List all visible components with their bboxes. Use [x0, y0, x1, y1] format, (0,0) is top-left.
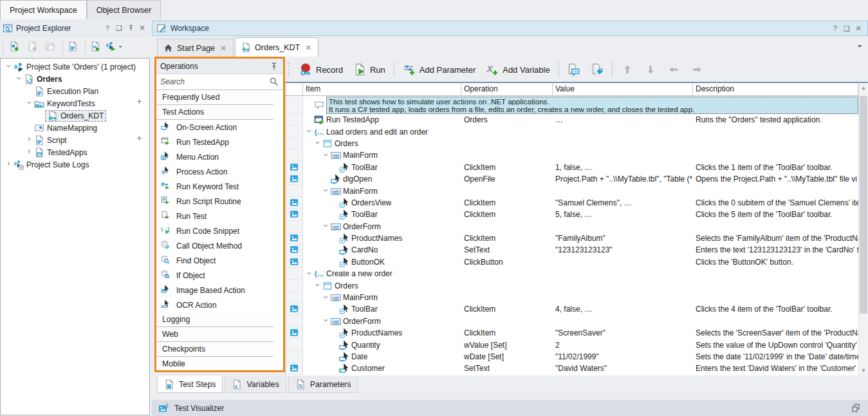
run-project-button[interactable]	[88, 39, 106, 56]
test-step-row-mainform[interactable]: netMainForm	[286, 292, 858, 303]
add-item-button[interactable]	[136, 99, 144, 108]
test-step-row-load-orders-and-edit-an-order[interactable]: {…}Load orders and edit an order	[286, 126, 858, 137]
test-visualizer-bar[interactable]: Test Visualizer	[152, 400, 868, 416]
bottom-tab-test-steps[interactable]: Test Steps	[157, 376, 223, 393]
operation-run-script-routine[interactable]: Run Script Routine	[156, 194, 274, 209]
test-step-row-productnames[interactable]: ProductNamesClickItem"FamilyAlbum"Select…	[286, 232, 858, 244]
comment-doc-button[interactable]	[565, 62, 583, 77]
close-icon[interactable]: ✕	[219, 44, 227, 53]
chevron-down-icon[interactable]	[322, 294, 331, 302]
tree-item-namemapping[interactable]: NameMapping	[1, 122, 149, 134]
operation-on-screen-action[interactable]: On-Screen Action	[156, 120, 274, 135]
operation-menu-action[interactable]: Menu Action	[156, 149, 274, 164]
tree-item-testedapps[interactable]: TestedApps	[1, 146, 149, 158]
operation-call-object-method[interactable]: Call Object Method	[156, 238, 274, 253]
toolbar-grip[interactable]	[287, 62, 290, 77]
record-button[interactable]: Record	[297, 62, 346, 77]
test-step-row-toolbar[interactable]: ToolBarClickItem1, false, …Clicks the 1 …	[286, 162, 858, 173]
doc-tab-start-page[interactable]: Start Page✕	[157, 39, 234, 57]
tree-item-orders[interactable]: Orders	[1, 73, 149, 85]
operation-ocr-action[interactable]: OCROCR Action	[156, 298, 274, 312]
execution-plan-button[interactable]	[65, 39, 83, 56]
close-icon[interactable]: ✕	[853, 23, 863, 33]
visualizer-cell[interactable]	[286, 209, 303, 220]
chevron-down-icon[interactable]	[306, 270, 314, 278]
visualizer-cell[interactable]	[286, 162, 303, 173]
tree-item-execution-plan[interactable]: Execution Plan	[1, 85, 149, 97]
column-header-value[interactable]: Value	[553, 83, 693, 95]
visualizer-cell[interactable]	[286, 173, 303, 185]
scrollbar-thumb[interactable]	[860, 96, 867, 314]
add-item-button[interactable]	[24, 39, 42, 56]
chevron-down-icon[interactable]	[15, 75, 24, 83]
test-step-row-toolbar[interactable]: ToolBarClickItem4, false, …Clicks the 4 …	[286, 303, 858, 315]
visualizer-cell[interactable]	[286, 327, 303, 339]
scroll-up-icon[interactable]: ▲	[859, 84, 868, 92]
arrow-right-button[interactable]	[688, 62, 706, 77]
add-variable-button[interactable]: XAdd Variable	[483, 62, 552, 77]
chevron-right-icon[interactable]	[5, 160, 14, 169]
chevron-right-icon[interactable]	[25, 136, 34, 144]
test-step-row-create-a-new-order[interactable]: {…}Create a new order	[286, 268, 858, 279]
test-step-row-orderform[interactable]: netOrderForm	[286, 316, 858, 327]
test-step-row-cardno[interactable]: CardNoSetText"123123123123"Enters the te…	[286, 244, 858, 256]
add-item-button[interactable]	[136, 135, 144, 145]
run-project-suite-button[interactable]	[106, 39, 124, 56]
tree-item-script[interactable]: Script	[1, 134, 149, 146]
chevron-down-icon[interactable]	[322, 317, 331, 325]
chevron-down-icon[interactable]	[314, 281, 322, 290]
test-step-row-toolbar[interactable]: ToolBarClickItem5, false, …Clicks the 5 …	[286, 209, 858, 220]
chevron-down-icon[interactable]	[322, 222, 331, 231]
test-step-row-date[interactable]: DatewDate [Set]"11/02/1999"Sets the date…	[286, 351, 858, 363]
doc-tab-orders-kdt[interactable]: Orders_KDT✕	[235, 37, 319, 57]
tree-item-project-suite-orders-1-project-[interactable]: Project Suite 'Orders' (1 project)	[1, 61, 149, 73]
chevron-down-icon[interactable]	[5, 62, 14, 71]
chevron-down-icon[interactable]	[25, 99, 34, 108]
main-tab-project-workspace[interactable]: Project Workspace	[0, 0, 87, 19]
chevron-down-icon[interactable]	[322, 151, 331, 160]
grid-vertical-scrollbar[interactable]: ▲ ▼	[858, 83, 868, 375]
tree-item-orders-kdt[interactable]: Orders_KDT	[1, 109, 149, 122]
operation-if-object[interactable]: If Object	[156, 268, 274, 283]
test-step-row-mainform[interactable]: netMainForm	[286, 185, 858, 196]
operations-group-logging[interactable]: Logging	[157, 312, 273, 327]
visualizer-cell[interactable]	[286, 197, 303, 209]
operation-process-action[interactable]: Process Action	[156, 164, 274, 179]
operations-group-web[interactable]: Web	[157, 327, 273, 342]
maximize-icon[interactable]: ❑	[842, 23, 852, 33]
tab-list-dropdown-icon[interactable]	[857, 44, 865, 52]
test-step-row-productnames[interactable]: ProductNamesClickItem"ScreenSaver"Select…	[286, 327, 858, 339]
visualizer-cell[interactable]	[286, 363, 303, 374]
operation-image-based-action[interactable]: Image Based Action	[156, 283, 274, 298]
bottom-tab-parameters[interactable]: Parameters	[288, 376, 358, 393]
operation-run-test[interactable]: Run Test	[156, 209, 274, 223]
bottom-tab-variables[interactable]: xVariables	[225, 376, 286, 393]
test-step-row-customer[interactable]: CustomerSetText"David Waters"Enters the …	[286, 363, 858, 374]
main-tab-object-browser[interactable]: Object Browser	[87, 0, 161, 19]
pin-icon[interactable]	[125, 23, 136, 33]
test-step-row-dlgopen[interactable]: dlgOpenOpenFileProject.Path + "..\\MyTab…	[286, 173, 858, 185]
operations-group-checkpoints[interactable]: Checkpoints	[157, 342, 273, 357]
open-file-button[interactable]	[42, 39, 60, 56]
test-step-row-quantity[interactable]: QuantitywValue [Set]2Sets the value of t…	[286, 339, 858, 350]
add-project-button[interactable]	[6, 39, 24, 56]
operations-group-frequently-used[interactable]: Frequently Used	[157, 90, 273, 105]
operations-group-test-actions[interactable]: Test Actions	[157, 105, 273, 120]
run-button[interactable]: Run	[351, 62, 388, 77]
visualizer-cell[interactable]	[286, 244, 303, 256]
tree-item-project-suite-logs[interactable]: Project Suite Logs	[1, 158, 149, 171]
test-step-row-orders[interactable]: Orders	[286, 138, 858, 149]
visualizer-cell[interactable]	[286, 232, 303, 244]
column-header-item[interactable]: Item	[303, 83, 461, 95]
close-icon[interactable]: ✕	[137, 23, 147, 33]
arrow-left-button[interactable]	[665, 62, 683, 77]
arrow-down-button[interactable]	[642, 62, 660, 77]
visualizer-cell[interactable]	[286, 256, 303, 268]
maximize-icon[interactable]: ❑	[114, 23, 124, 33]
help-icon[interactable]: ?	[102, 23, 113, 33]
test-step-row-mainform[interactable]: netMainForm	[286, 149, 858, 161]
operation-run-code-snippet[interactable]: {…}Run Code Snippet	[156, 223, 274, 238]
pin-icon[interactable]	[269, 61, 279, 71]
operation-run-keyword-test[interactable]: Run Keyword Test	[156, 179, 274, 194]
chevron-down-icon[interactable]	[314, 139, 322, 147]
